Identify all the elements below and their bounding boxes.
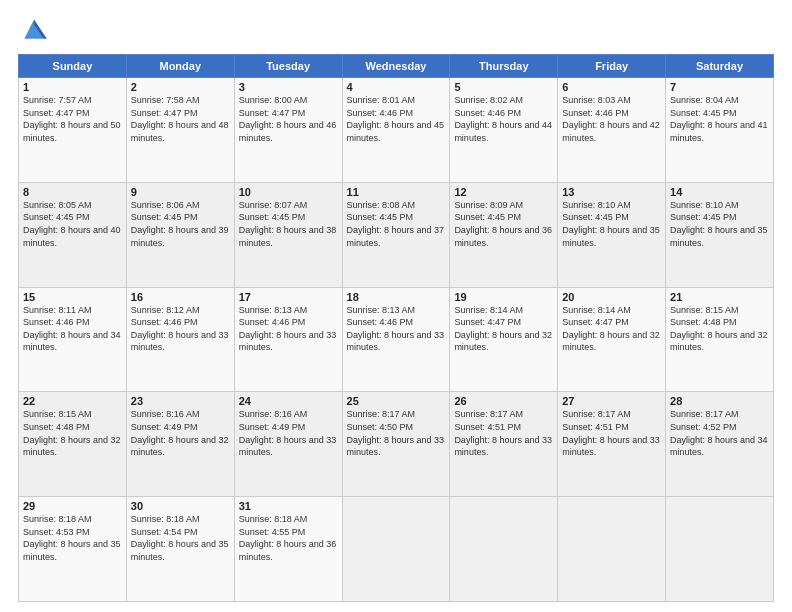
day-number: 29 bbox=[23, 500, 122, 512]
day-header: Wednesday bbox=[342, 55, 450, 78]
calendar-cell bbox=[450, 497, 558, 602]
calendar-cell: 11Sunrise: 8:08 AMSunset: 4:45 PMDayligh… bbox=[342, 182, 450, 287]
calendar-cell: 23Sunrise: 8:16 AMSunset: 4:49 PMDayligh… bbox=[126, 392, 234, 497]
calendar-cell bbox=[342, 497, 450, 602]
day-header: Saturday bbox=[666, 55, 774, 78]
calendar-cell: 27Sunrise: 8:17 AMSunset: 4:51 PMDayligh… bbox=[558, 392, 666, 497]
day-info: Sunrise: 8:18 AMSunset: 4:53 PMDaylight:… bbox=[23, 513, 122, 563]
calendar-cell: 16Sunrise: 8:12 AMSunset: 4:46 PMDayligh… bbox=[126, 287, 234, 392]
day-info: Sunrise: 8:16 AMSunset: 4:49 PMDaylight:… bbox=[131, 408, 230, 458]
day-number: 6 bbox=[562, 81, 661, 93]
calendar-cell: 6Sunrise: 8:03 AMSunset: 4:46 PMDaylight… bbox=[558, 78, 666, 183]
day-number: 22 bbox=[23, 395, 122, 407]
day-number: 31 bbox=[239, 500, 338, 512]
day-info: Sunrise: 8:11 AMSunset: 4:46 PMDaylight:… bbox=[23, 304, 122, 354]
header-row: SundayMondayTuesdayWednesdayThursdayFrid… bbox=[19, 55, 774, 78]
day-number: 17 bbox=[239, 291, 338, 303]
calendar-week-row: 22Sunrise: 8:15 AMSunset: 4:48 PMDayligh… bbox=[19, 392, 774, 497]
day-number: 10 bbox=[239, 186, 338, 198]
day-info: Sunrise: 8:06 AMSunset: 4:45 PMDaylight:… bbox=[131, 199, 230, 249]
calendar-cell: 3Sunrise: 8:00 AMSunset: 4:47 PMDaylight… bbox=[234, 78, 342, 183]
day-info: Sunrise: 8:18 AMSunset: 4:55 PMDaylight:… bbox=[239, 513, 338, 563]
day-number: 11 bbox=[347, 186, 446, 198]
day-number: 7 bbox=[670, 81, 769, 93]
calendar-cell: 31Sunrise: 8:18 AMSunset: 4:55 PMDayligh… bbox=[234, 497, 342, 602]
calendar-cell: 13Sunrise: 8:10 AMSunset: 4:45 PMDayligh… bbox=[558, 182, 666, 287]
day-number: 24 bbox=[239, 395, 338, 407]
calendar-cell: 19Sunrise: 8:14 AMSunset: 4:47 PMDayligh… bbox=[450, 287, 558, 392]
day-number: 9 bbox=[131, 186, 230, 198]
calendar-week-row: 29Sunrise: 8:18 AMSunset: 4:53 PMDayligh… bbox=[19, 497, 774, 602]
day-info: Sunrise: 8:08 AMSunset: 4:45 PMDaylight:… bbox=[347, 199, 446, 249]
calendar-cell: 29Sunrise: 8:18 AMSunset: 4:53 PMDayligh… bbox=[19, 497, 127, 602]
calendar-header: SundayMondayTuesdayWednesdayThursdayFrid… bbox=[19, 55, 774, 78]
day-info: Sunrise: 8:13 AMSunset: 4:46 PMDaylight:… bbox=[347, 304, 446, 354]
calendar-cell: 26Sunrise: 8:17 AMSunset: 4:51 PMDayligh… bbox=[450, 392, 558, 497]
calendar-cell: 8Sunrise: 8:05 AMSunset: 4:45 PMDaylight… bbox=[19, 182, 127, 287]
day-info: Sunrise: 8:15 AMSunset: 4:48 PMDaylight:… bbox=[670, 304, 769, 354]
day-header: Thursday bbox=[450, 55, 558, 78]
calendar-cell: 15Sunrise: 8:11 AMSunset: 4:46 PMDayligh… bbox=[19, 287, 127, 392]
calendar-cell: 7Sunrise: 8:04 AMSunset: 4:45 PMDaylight… bbox=[666, 78, 774, 183]
day-info: Sunrise: 8:15 AMSunset: 4:48 PMDaylight:… bbox=[23, 408, 122, 458]
calendar-cell: 12Sunrise: 8:09 AMSunset: 4:45 PMDayligh… bbox=[450, 182, 558, 287]
day-number: 25 bbox=[347, 395, 446, 407]
day-info: Sunrise: 8:12 AMSunset: 4:46 PMDaylight:… bbox=[131, 304, 230, 354]
calendar-body: 1Sunrise: 7:57 AMSunset: 4:47 PMDaylight… bbox=[19, 78, 774, 602]
calendar-cell: 9Sunrise: 8:06 AMSunset: 4:45 PMDaylight… bbox=[126, 182, 234, 287]
day-header: Friday bbox=[558, 55, 666, 78]
calendar-cell: 22Sunrise: 8:15 AMSunset: 4:48 PMDayligh… bbox=[19, 392, 127, 497]
day-info: Sunrise: 8:03 AMSunset: 4:46 PMDaylight:… bbox=[562, 94, 661, 144]
day-info: Sunrise: 8:17 AMSunset: 4:51 PMDaylight:… bbox=[562, 408, 661, 458]
calendar-cell: 30Sunrise: 8:18 AMSunset: 4:54 PMDayligh… bbox=[126, 497, 234, 602]
day-info: Sunrise: 8:09 AMSunset: 4:45 PMDaylight:… bbox=[454, 199, 553, 249]
day-number: 23 bbox=[131, 395, 230, 407]
calendar-cell: 20Sunrise: 8:14 AMSunset: 4:47 PMDayligh… bbox=[558, 287, 666, 392]
day-number: 21 bbox=[670, 291, 769, 303]
logo-icon bbox=[18, 16, 50, 44]
day-info: Sunrise: 8:00 AMSunset: 4:47 PMDaylight:… bbox=[239, 94, 338, 144]
calendar-cell: 28Sunrise: 8:17 AMSunset: 4:52 PMDayligh… bbox=[666, 392, 774, 497]
day-info: Sunrise: 8:14 AMSunset: 4:47 PMDaylight:… bbox=[454, 304, 553, 354]
calendar-table: SundayMondayTuesdayWednesdayThursdayFrid… bbox=[18, 54, 774, 602]
day-info: Sunrise: 8:17 AMSunset: 4:51 PMDaylight:… bbox=[454, 408, 553, 458]
calendar-cell: 2Sunrise: 7:58 AMSunset: 4:47 PMDaylight… bbox=[126, 78, 234, 183]
day-header: Monday bbox=[126, 55, 234, 78]
calendar-cell: 21Sunrise: 8:15 AMSunset: 4:48 PMDayligh… bbox=[666, 287, 774, 392]
day-number: 1 bbox=[23, 81, 122, 93]
day-number: 12 bbox=[454, 186, 553, 198]
calendar-cell: 18Sunrise: 8:13 AMSunset: 4:46 PMDayligh… bbox=[342, 287, 450, 392]
calendar-cell bbox=[666, 497, 774, 602]
day-info: Sunrise: 8:05 AMSunset: 4:45 PMDaylight:… bbox=[23, 199, 122, 249]
day-info: Sunrise: 7:58 AMSunset: 4:47 PMDaylight:… bbox=[131, 94, 230, 144]
logo bbox=[18, 16, 54, 44]
calendar-week-row: 15Sunrise: 8:11 AMSunset: 4:46 PMDayligh… bbox=[19, 287, 774, 392]
calendar-cell: 10Sunrise: 8:07 AMSunset: 4:45 PMDayligh… bbox=[234, 182, 342, 287]
day-number: 18 bbox=[347, 291, 446, 303]
day-info: Sunrise: 8:02 AMSunset: 4:46 PMDaylight:… bbox=[454, 94, 553, 144]
day-number: 20 bbox=[562, 291, 661, 303]
day-number: 5 bbox=[454, 81, 553, 93]
calendar-week-row: 1Sunrise: 7:57 AMSunset: 4:47 PMDaylight… bbox=[19, 78, 774, 183]
day-number: 4 bbox=[347, 81, 446, 93]
day-info: Sunrise: 8:10 AMSunset: 4:45 PMDaylight:… bbox=[562, 199, 661, 249]
page: SundayMondayTuesdayWednesdayThursdayFrid… bbox=[0, 0, 792, 612]
day-header: Sunday bbox=[19, 55, 127, 78]
day-info: Sunrise: 8:04 AMSunset: 4:45 PMDaylight:… bbox=[670, 94, 769, 144]
day-number: 13 bbox=[562, 186, 661, 198]
day-number: 8 bbox=[23, 186, 122, 198]
day-info: Sunrise: 8:17 AMSunset: 4:50 PMDaylight:… bbox=[347, 408, 446, 458]
calendar-cell: 24Sunrise: 8:16 AMSunset: 4:49 PMDayligh… bbox=[234, 392, 342, 497]
day-header: Tuesday bbox=[234, 55, 342, 78]
calendar-cell: 14Sunrise: 8:10 AMSunset: 4:45 PMDayligh… bbox=[666, 182, 774, 287]
day-info: Sunrise: 8:10 AMSunset: 4:45 PMDaylight:… bbox=[670, 199, 769, 249]
day-number: 16 bbox=[131, 291, 230, 303]
day-info: Sunrise: 8:07 AMSunset: 4:45 PMDaylight:… bbox=[239, 199, 338, 249]
day-info: Sunrise: 8:13 AMSunset: 4:46 PMDaylight:… bbox=[239, 304, 338, 354]
day-number: 3 bbox=[239, 81, 338, 93]
day-info: Sunrise: 7:57 AMSunset: 4:47 PMDaylight:… bbox=[23, 94, 122, 144]
day-info: Sunrise: 8:16 AMSunset: 4:49 PMDaylight:… bbox=[239, 408, 338, 458]
calendar-cell: 25Sunrise: 8:17 AMSunset: 4:50 PMDayligh… bbox=[342, 392, 450, 497]
day-info: Sunrise: 8:14 AMSunset: 4:47 PMDaylight:… bbox=[562, 304, 661, 354]
day-info: Sunrise: 8:01 AMSunset: 4:46 PMDaylight:… bbox=[347, 94, 446, 144]
